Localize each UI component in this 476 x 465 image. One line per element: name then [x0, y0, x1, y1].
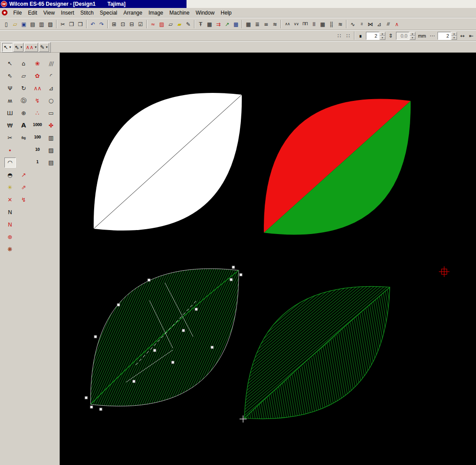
width-up-button[interactable]: ▲ [451, 32, 457, 36]
curve-n-tool[interactable]: N [4, 219, 16, 230]
menu-insert[interactable]: Insert [58, 9, 77, 17]
jump-stitch2-tool[interactable]: ⇗ [18, 182, 30, 192]
monogram-d-tool[interactable]: Ⓓ [18, 96, 30, 106]
white-leaf-object[interactable] [94, 93, 242, 231]
menu-stitch[interactable]: Stitch [77, 9, 97, 17]
browse-values-button[interactable]: ⋯ [428, 31, 437, 41]
menu-special[interactable]: Special [97, 9, 120, 17]
ellipse-tool[interactable]: ○ [46, 96, 57, 106]
save-design-button[interactable]: ▣ [19, 19, 28, 29]
design-canvas[interactable] [60, 53, 476, 465]
redo-button[interactable]: ↷ [97, 19, 106, 29]
penetration-tool[interactable]: ∙ [4, 145, 16, 155]
lettering-tool[interactable]: A [18, 120, 30, 131]
overview-grid-button[interactable]: ▦ [244, 19, 253, 29]
measure-button[interactable]: ⊟ [127, 19, 136, 29]
insert-anchor-button[interactable]: Ŧ [196, 19, 205, 29]
stop-tool[interactable]: ✕ [4, 195, 16, 205]
align-list-button[interactable]: ≡ [262, 19, 270, 29]
width-down-button[interactable]: ▼ [451, 36, 457, 40]
send-to-machine-button[interactable]: ▧ [46, 19, 55, 29]
reshape-n-tool[interactable]: N [4, 207, 16, 217]
dome-tool[interactable]: ◓ [4, 170, 16, 180]
menu-machine[interactable]: Machine [166, 9, 192, 17]
e-stitch-button[interactable]: ΠΠ [301, 19, 309, 29]
stitch-edit-mode-button[interactable]: ∧∧ ▾ [24, 43, 38, 52]
zoom-box-button[interactable]: ⊡ [118, 19, 127, 29]
menu-window[interactable]: Window [193, 9, 218, 17]
auto-spacing-button[interactable]: ⇕ [386, 31, 395, 41]
fabric-tool[interactable]: ▨ [46, 145, 57, 155]
spacing-value[interactable]: 2 [366, 32, 379, 40]
outline-run-button[interactable]: ∿ [348, 19, 357, 29]
mesh-ball-tool[interactable]: ❋ [4, 244, 16, 254]
travel-arrows-button[interactable]: ⇉ [214, 19, 223, 29]
width-value[interactable]: 2 [438, 32, 451, 40]
columns-tool[interactable]: ▥ [46, 133, 57, 143]
node-edit-tool[interactable]: ⇖ [4, 71, 16, 81]
paste-button[interactable]: ❒ [76, 19, 85, 29]
open-design-button[interactable]: ▱ [11, 19, 19, 29]
hatch-lines-tool[interactable]: /// [46, 58, 57, 69]
backtack-tool[interactable]: Ш [4, 108, 16, 118]
fancy-fill-tool[interactable]: ✤ [46, 120, 57, 131]
length-down-button[interactable]: ▼ [410, 36, 415, 40]
zigzag-jump-tool[interactable]: ↯ [18, 195, 30, 205]
program-split-button[interactable]: ⣿ [327, 19, 336, 29]
fur-stitch-button[interactable]: ∕∕∕ [384, 19, 392, 29]
menu-arrange[interactable]: Arrange [120, 9, 145, 17]
satin-stitch-button[interactable]: ∧∧ [283, 19, 292, 29]
offset-edge-button[interactable]: ⇤ [467, 31, 476, 41]
length-value[interactable]: 0.0 [396, 32, 409, 40]
highlight-pen-button[interactable]: ▰ [175, 19, 184, 29]
star-point-tool[interactable]: ✳ [4, 182, 16, 192]
slow-redraw-button[interactable]: ≋ [270, 19, 279, 29]
pen-mode-dropdown-icon[interactable]: ▾ [46, 45, 48, 49]
spacing-down-button[interactable]: ▼ [380, 36, 385, 40]
flag-shape-tool[interactable]: ⊿ [46, 83, 57, 93]
jump-stitch-tool[interactable]: ↗ [18, 170, 30, 180]
column-stitch-tool[interactable]: ʍ [4, 96, 16, 106]
density-view-button[interactable]: ▨ [157, 19, 166, 29]
pull-compensation-button[interactable]: ↔ [458, 31, 467, 41]
box-select-button[interactable]: ⊞ [110, 19, 118, 29]
stitch-view-button[interactable]: ≈ [149, 19, 157, 29]
reshape-tool[interactable]: ⌂ [18, 58, 30, 69]
manual-stitch-tool[interactable]: ∴ [32, 108, 43, 118]
menu-image[interactable]: Image [145, 9, 166, 17]
travel-10-tool[interactable]: 10 [32, 145, 43, 155]
menu-view[interactable]: View [40, 9, 58, 17]
grid-show-button[interactable]: ∷ [344, 31, 353, 41]
travel-1-tool[interactable]: 1 [32, 158, 43, 168]
motif-run-button[interactable]: ≀≀ [357, 19, 366, 29]
sequence-list-button[interactable]: ≣ [253, 19, 262, 29]
flower-tool[interactable]: ✿ [32, 71, 43, 81]
cross-stitch-button[interactable]: ⋈ [366, 19, 375, 29]
contour-stitch-button[interactable]: ∧ [392, 19, 401, 29]
menu-help[interactable]: Help [217, 9, 235, 17]
cut-button[interactable]: ✂ [58, 19, 67, 29]
undo-button[interactable]: ↶ [88, 19, 97, 29]
triple-run-tool[interactable]: ₩ [4, 120, 16, 131]
satin-zigzag-tool[interactable]: ∧∧ [32, 83, 43, 93]
tatami-stitch-button[interactable]: ∨∨ [292, 19, 301, 29]
outline-view-button[interactable]: ▱ [166, 19, 175, 29]
print-button[interactable]: ▤ [28, 19, 37, 29]
length-up-button[interactable]: ▲ [410, 32, 415, 36]
new-design-button[interactable]: ▯ [2, 19, 11, 29]
arc-tool[interactable]: ◜ [46, 71, 57, 81]
select-tool[interactable]: ↖ [4, 58, 16, 69]
color-film-button[interactable]: ▩ [232, 19, 240, 29]
print-preview-button[interactable]: ▥ [37, 19, 46, 29]
show-grid-button[interactable]: ▦ [205, 19, 214, 29]
scissors-tool[interactable]: ✂ [4, 133, 16, 143]
selected-stitch-leaf-object[interactable] [85, 266, 242, 411]
pattern-fill-button[interactable]: ▦ [318, 19, 327, 29]
mesh-globe-tool[interactable]: ⊕ [18, 108, 30, 118]
menu-file[interactable]: File [10, 9, 25, 17]
travel-100-tool[interactable]: 100 [32, 133, 43, 143]
reshape-mode-dropdown-icon[interactable]: ▾ [20, 45, 22, 49]
draw-pen-button[interactable]: ✎ [184, 19, 193, 29]
stitch-edit-mode-dropdown-icon[interactable]: ▾ [35, 45, 37, 49]
auto-check-button[interactable]: ☑ [136, 19, 145, 29]
